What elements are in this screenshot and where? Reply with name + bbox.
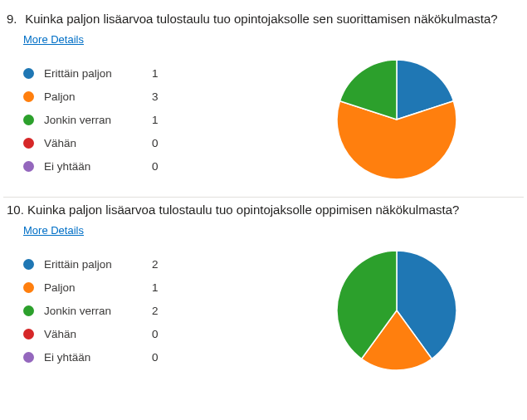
legend-row: Vähän0 xyxy=(23,131,239,154)
legend-value: 2 xyxy=(152,305,185,317)
legend-row: Vähän0 xyxy=(23,322,239,345)
legend-label: Jonkin verran xyxy=(44,114,152,126)
legend-value: 0 xyxy=(152,137,185,149)
legend-row: Jonkin verran1 xyxy=(23,108,239,131)
legend-value: 1 xyxy=(152,114,185,126)
pie-chart xyxy=(272,248,520,373)
legend-row: Paljon3 xyxy=(23,85,239,108)
legend-label: Vähän xyxy=(44,328,152,340)
question-block: 9. Kuinka paljon lisäarvoa tulostaulu tu… xyxy=(3,7,524,198)
question-number: 9. xyxy=(7,12,22,26)
legend-label: Paljon xyxy=(44,281,152,294)
legend-label: Vähän xyxy=(44,137,152,149)
legend-swatch xyxy=(23,305,34,316)
legend-label: Erittäin paljon xyxy=(44,258,152,271)
legend-value: 3 xyxy=(152,90,185,103)
question-number: 10. xyxy=(7,203,24,217)
legend-label: Jonkin verran xyxy=(44,305,152,317)
legend-row: Erittäin paljon1 xyxy=(23,61,239,85)
legend-swatch xyxy=(23,68,34,79)
legend-row: Paljon1 xyxy=(23,276,239,299)
legend-swatch xyxy=(23,282,34,293)
legend-value: 2 xyxy=(152,258,185,271)
pie-chart xyxy=(272,57,520,182)
legend-value: 0 xyxy=(152,351,185,364)
legend-row: Erittäin paljon2 xyxy=(23,252,239,276)
legend: Erittäin paljon2Paljon1Jonkin verran2Väh… xyxy=(23,252,239,369)
legend-swatch xyxy=(23,115,34,125)
legend-swatch xyxy=(23,259,34,270)
legend-swatch xyxy=(23,161,34,172)
question-heading: Kuinka paljon lisäarvoa tulostaulu tuo o… xyxy=(27,203,459,217)
legend-row: Jonkin verran2 xyxy=(23,299,239,322)
legend-label: Paljon xyxy=(44,90,152,103)
pie-svg xyxy=(334,57,459,182)
legend-label: Erittäin paljon xyxy=(44,67,152,80)
pie-svg xyxy=(334,248,459,373)
legend-swatch xyxy=(23,138,34,149)
legend-swatch xyxy=(23,329,34,339)
more-details-link[interactable]: More Details xyxy=(23,224,84,237)
question-heading: Kuinka paljon lisäarvoa tulostaulu tuo o… xyxy=(25,12,498,26)
legend-swatch xyxy=(23,91,34,102)
legend-label: Ei yhtään xyxy=(44,160,152,173)
content-row: Erittäin paljon2Paljon1Jonkin verran2Väh… xyxy=(7,248,520,373)
legend: Erittäin paljon1Paljon3Jonkin verran1Väh… xyxy=(23,61,239,178)
legend-label: Ei yhtään xyxy=(44,351,152,364)
legend-value: 0 xyxy=(152,160,185,173)
question-block: 10. Kuinka paljon lisäarvoa tulostaulu t… xyxy=(3,198,524,388)
content-row: Erittäin paljon1Paljon3Jonkin verran1Väh… xyxy=(7,57,520,182)
more-details-link[interactable]: More Details xyxy=(23,33,84,46)
legend-row: Ei yhtään0 xyxy=(23,345,239,369)
legend-value: 0 xyxy=(152,328,185,340)
legend-swatch xyxy=(23,352,34,363)
question-title: 9. Kuinka paljon lisäarvoa tulostaulu tu… xyxy=(7,12,520,26)
legend-value: 1 xyxy=(152,67,185,80)
legend-row: Ei yhtään0 xyxy=(23,154,239,178)
legend-value: 1 xyxy=(152,281,185,294)
question-title: 10. Kuinka paljon lisäarvoa tulostaulu t… xyxy=(7,203,520,217)
